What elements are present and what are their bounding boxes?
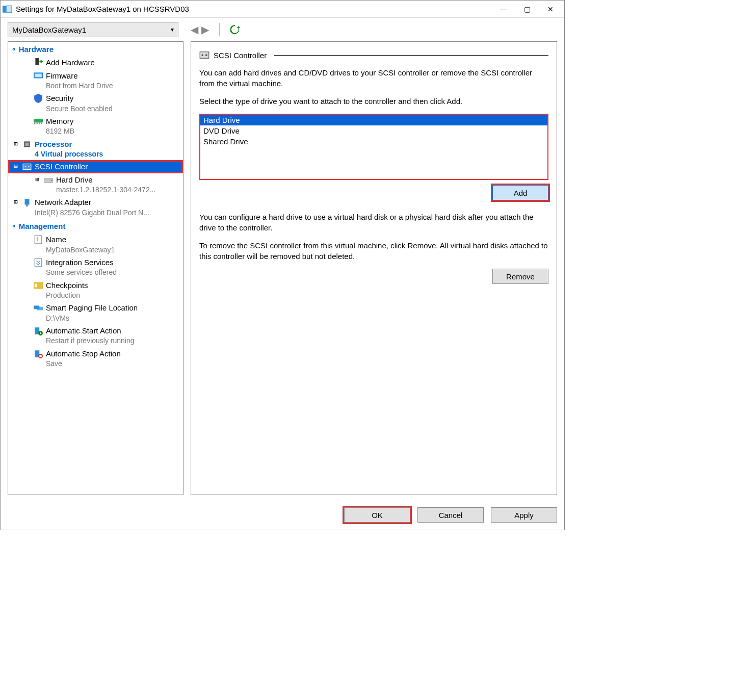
stop-action-icon <box>34 349 43 358</box>
sidebar-item-security[interactable]: Security Secure Boot enabled <box>8 92 183 115</box>
sidebar-item-scsi-controller[interactable]: ⊟ SCSI Controller <box>8 160 183 173</box>
sidebar-item-firmware[interactable]: Firmware Boot from Hard Drive <box>8 69 183 92</box>
svg-rect-14 <box>23 164 31 170</box>
panel-header-rule <box>274 55 548 56</box>
settings-window: Settings for MyDataBoxGateway1 on HCSSRV… <box>0 0 565 530</box>
panel-header: SCSI Controller <box>199 50 548 60</box>
processor-icon <box>22 140 32 149</box>
paging-icon <box>34 303 43 313</box>
panel-desc-2: Select the type of drive you want to att… <box>199 96 548 107</box>
app-icon <box>3 5 12 14</box>
svg-rect-11 <box>41 122 42 124</box>
sidebar: « Hardware Add Hardware Firmware Boot fr… <box>8 41 183 495</box>
sidebar-item-auto-start[interactable]: Automatic Start Action Restart if previo… <box>8 324 183 347</box>
svg-text:I: I <box>37 237 38 243</box>
svg-rect-2 <box>35 58 39 65</box>
remove-row: Remove <box>199 269 548 284</box>
window-title: Settings for MyDataBoxGateway1 on HCSSRV… <box>16 5 492 13</box>
expand-icon[interactable]: ⊞ <box>12 140 19 148</box>
drive-option-shared-drive[interactable]: Shared Drive <box>200 136 547 147</box>
svg-point-16 <box>28 166 29 167</box>
add-row: Add <box>199 185 548 200</box>
hardware-label: Hardware <box>19 45 54 54</box>
vm-selector-value: MyDataBoxGateway1 <box>12 25 86 34</box>
close-button[interactable]: ✕ <box>539 2 562 17</box>
sidebar-item-memory[interactable]: Memory 8192 MB <box>8 115 183 138</box>
drive-type-listbox[interactable]: Hard Drive DVD Drive Shared Drive <box>199 114 548 180</box>
start-action-icon <box>34 326 43 335</box>
hard-drive-icon <box>44 175 53 185</box>
svg-rect-0 <box>3 6 6 13</box>
sidebar-item-smart-paging[interactable]: Smart Paging File Location D:\VMs <box>8 301 183 324</box>
cancel-button[interactable]: Cancel <box>417 507 484 523</box>
titlebar: Settings for MyDataBoxGateway1 on HCSSRV… <box>1 1 564 18</box>
remove-button[interactable]: Remove <box>492 269 548 284</box>
sidebar-item-name[interactable]: I Name MyDataBoxGateway1 <box>8 233 183 256</box>
toolbar-separator <box>219 23 220 36</box>
svg-rect-27 <box>37 307 43 310</box>
sidebar-item-hard-drive[interactable]: ⊞ Hard Drive master.1.2.18252.1-304-2472… <box>8 173 183 196</box>
maximize-button[interactable]: ▢ <box>515 2 539 17</box>
memory-icon <box>34 117 43 126</box>
name-icon: I <box>34 235 43 244</box>
drive-option-hard-drive[interactable]: Hard Drive <box>200 115 547 125</box>
add-hardware-icon <box>34 58 43 67</box>
management-section-header[interactable]: « Management <box>8 219 183 233</box>
window-controls: — ▢ ✕ <box>492 2 562 17</box>
collapse-icon: « <box>12 45 16 53</box>
svg-rect-13 <box>25 142 29 146</box>
body: « Hardware Add Hardware Firmware Boot fr… <box>1 41 564 502</box>
footer: OK Cancel Apply <box>1 502 564 530</box>
forward-button[interactable]: ▶ <box>201 23 209 36</box>
network-icon <box>22 198 32 207</box>
expand-icon[interactable]: ⊞ <box>34 176 41 184</box>
nav-arrows: ◀ ▶ <box>191 23 209 36</box>
svg-rect-9 <box>37 122 38 124</box>
main-panel: SCSI Controller You can add hard drives … <box>191 41 557 495</box>
panel-desc-1: You can add hard drives and CD/DVD drive… <box>199 67 548 89</box>
chevron-down-icon: ▾ <box>171 26 174 33</box>
svg-rect-21 <box>35 236 42 244</box>
svg-rect-33 <box>200 52 209 59</box>
svg-rect-6 <box>35 73 42 77</box>
toolbar: MyDataBoxGateway1 ▾ ◀ ▶ <box>1 18 564 41</box>
sidebar-item-add-hardware[interactable]: Add Hardware <box>8 56 183 69</box>
ok-button[interactable]: OK <box>344 507 410 523</box>
panel-title: SCSI Controller <box>214 51 267 60</box>
scsi-controller-icon <box>199 50 209 60</box>
integration-icon <box>34 258 43 267</box>
svg-point-35 <box>205 54 207 56</box>
svg-rect-25 <box>35 283 37 287</box>
sidebar-item-network-adapter[interactable]: ⊞ Network Adapter Intel(R) 82576 Gigabit… <box>8 196 183 219</box>
expand-icon[interactable]: ⊞ <box>12 198 19 206</box>
hardware-section-header[interactable]: « Hardware <box>8 42 183 56</box>
firmware-icon <box>34 71 43 81</box>
svg-rect-10 <box>39 122 40 124</box>
sidebar-item-checkpoints[interactable]: Checkpoints Production <box>8 279 183 302</box>
svg-rect-4 <box>41 60 42 63</box>
drive-option-dvd-drive[interactable]: DVD Drive <box>200 125 547 136</box>
svg-point-15 <box>25 166 26 167</box>
svg-rect-1 <box>7 6 12 13</box>
svg-rect-32 <box>39 355 42 357</box>
management-label: Management <box>19 222 66 230</box>
shield-icon <box>34 94 43 103</box>
refresh-button[interactable] <box>230 24 240 35</box>
scsi-icon <box>22 162 32 171</box>
minimize-button[interactable]: — <box>492 2 515 17</box>
add-button[interactable]: Add <box>492 185 548 200</box>
back-button[interactable]: ◀ <box>191 23 198 36</box>
panel-desc-3: You can configure a hard drive to use a … <box>199 212 548 233</box>
sidebar-item-integration-services[interactable]: Integration Services Some services offer… <box>8 256 183 279</box>
checkpoints-icon <box>34 281 43 290</box>
collapse-icon: « <box>12 222 16 229</box>
svg-rect-19 <box>25 199 30 205</box>
apply-button[interactable]: Apply <box>491 507 557 523</box>
sidebar-item-auto-stop[interactable]: Automatic Stop Action Save <box>8 347 183 370</box>
sidebar-item-processor[interactable]: ⊞ Processor 4 Virtual processors <box>8 138 183 161</box>
vm-selector-dropdown[interactable]: MyDataBoxGateway1 ▾ <box>8 22 178 37</box>
svg-point-34 <box>201 54 203 56</box>
svg-rect-20 <box>26 205 29 206</box>
collapse-icon[interactable]: ⊟ <box>12 163 19 171</box>
svg-rect-8 <box>34 122 35 124</box>
